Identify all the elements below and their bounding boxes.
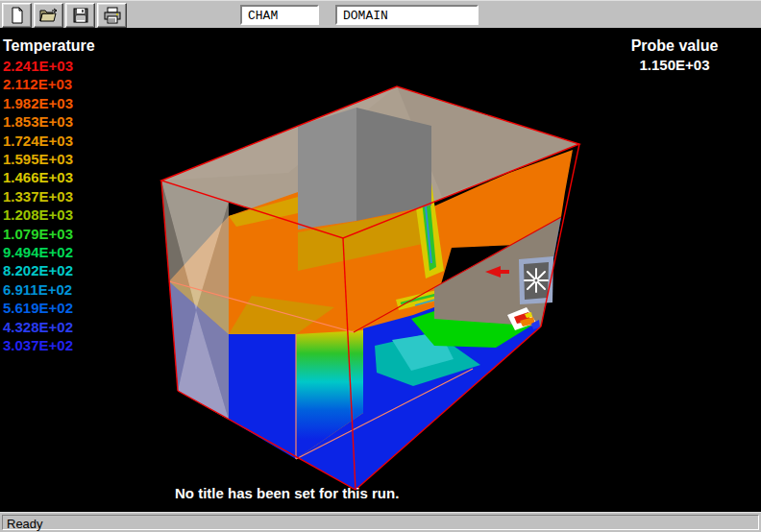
phoenics-viewer-window: Temperature 2.241E+032.112E+031.982E+031… [0,0,761,532]
new-file-icon [9,7,26,24]
legend-entry: 1.982E+03 [3,94,95,112]
legend-title: Temperature [3,36,95,56]
legend: Temperature 2.241E+032.112E+031.982E+031… [3,36,95,355]
status-text: Ready [2,515,759,530]
legend-entry: 4.328E+02 [3,318,95,336]
legend-entry: 1.595E+03 [3,150,95,168]
company-field[interactable] [240,5,319,25]
probe-value: 1.150E+03 [621,56,728,74]
domain-field[interactable] [335,5,479,25]
run-title-message: No title has been set for this run. [175,485,399,501]
probe-label: Probe value [621,36,728,56]
toolbar [0,0,761,29]
legend-entry: 1.208E+03 [3,206,95,224]
legend-entry: 8.202E+02 [3,261,95,279]
open-folder-icon [39,7,59,24]
legend-entry: 6.911E+02 [3,280,95,299]
legend-entry: 1.724E+03 [3,132,95,150]
legend-entry: 1.853E+03 [3,112,95,131]
save-button[interactable] [65,3,95,28]
legend-entry: 3.037E+02 [3,336,95,354]
legend-entry: 5.619E+02 [3,299,95,317]
status-bar: Ready [0,512,761,532]
save-icon [72,7,89,24]
legend-entry: 1.337E+03 [3,187,95,206]
left-wall-translucent [161,181,229,420]
legend-entry: 9.494E+02 [3,243,95,261]
print-icon [103,7,122,24]
print-button[interactable] [97,3,127,28]
legend-entry: 1.466E+03 [3,168,95,186]
legend-entry: 2.241E+03 [3,57,95,75]
cfd-scene [0,29,761,512]
legend-entry: 2.112E+03 [3,75,95,93]
3d-viewport[interactable]: Temperature 2.241E+032.112E+031.982E+031… [0,29,761,512]
new-file-button[interactable] [2,3,32,28]
legend-entries: 2.241E+032.112E+031.982E+031.853E+031.72… [3,57,95,355]
open-file-button[interactable] [34,3,63,28]
fan-icon [519,256,553,304]
vertical-slice-blue [229,334,296,459]
probe-readout: Probe value 1.150E+03 [621,36,728,74]
legend-entry: 1.079E+03 [3,225,95,243]
